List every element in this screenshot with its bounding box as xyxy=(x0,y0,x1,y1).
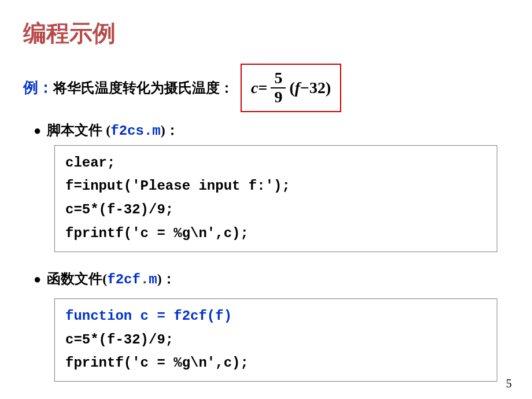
code-line: f=input('Please input f:'); xyxy=(65,175,486,198)
fraction-numerator: 5 xyxy=(271,69,286,88)
bullet-icon: ● xyxy=(34,123,41,138)
example-description: 将华氏温度转化为摄氏温度： xyxy=(53,79,234,97)
page-number: 5 xyxy=(506,377,512,390)
formula-paren-close: ) xyxy=(326,79,331,97)
slide-title: 编程示例 xyxy=(23,17,509,49)
function-file-heading: ● 函数文件(f2cf.m)： xyxy=(34,269,509,288)
example-line: 例： 将华氏温度转化为摄氏温度： c = 5 9 ( f − 32 ) xyxy=(23,64,509,112)
label-post: )： xyxy=(161,123,179,138)
formula-var-f: f xyxy=(295,79,300,97)
code-line: fprintf('c = %g\n',c); xyxy=(65,222,486,246)
script-file-label: 脚本文件 (f2cs.m)： xyxy=(47,121,179,139)
function-file-label: 函数文件(f2cf.m)： xyxy=(47,269,175,288)
formula-fraction: 5 9 xyxy=(271,69,286,106)
code-line: fprintf('c = %g\n',c); xyxy=(65,352,486,375)
label-pre: 脚本文件 ( xyxy=(47,123,110,138)
code-line-function-decl: function c = f2cf(f) xyxy=(65,305,486,328)
formula-lhs: c xyxy=(251,79,258,97)
script-code-box: clear; f=input('Please input f:'); c=5*(… xyxy=(54,145,497,252)
formula-const: 32 xyxy=(309,79,326,97)
function-filename: f2cf.m xyxy=(107,272,157,287)
code-line: c=5*(f-32)/9; xyxy=(65,198,486,222)
formula-box: c = 5 9 ( f − 32 ) xyxy=(241,64,341,112)
label-pre: 函数文件( xyxy=(47,271,107,286)
fraction-denominator: 9 xyxy=(271,88,286,106)
script-file-heading: ● 脚本文件 (f2cs.m)： xyxy=(34,121,509,139)
function-code-box: function c = f2cf(f) c=5*(f-32)/9; fprin… xyxy=(54,298,497,382)
code-line: c=5*(f-32)/9; xyxy=(65,328,486,352)
formula-eq: = xyxy=(258,79,267,97)
code-line: clear; xyxy=(65,152,486,175)
script-filename: f2cs.m xyxy=(110,123,160,139)
formula-paren-open: ( xyxy=(289,79,294,97)
formula-minus: − xyxy=(300,79,309,97)
label-post: )： xyxy=(157,271,176,286)
bullet-icon: ● xyxy=(34,272,41,287)
example-label: 例： xyxy=(23,77,53,98)
